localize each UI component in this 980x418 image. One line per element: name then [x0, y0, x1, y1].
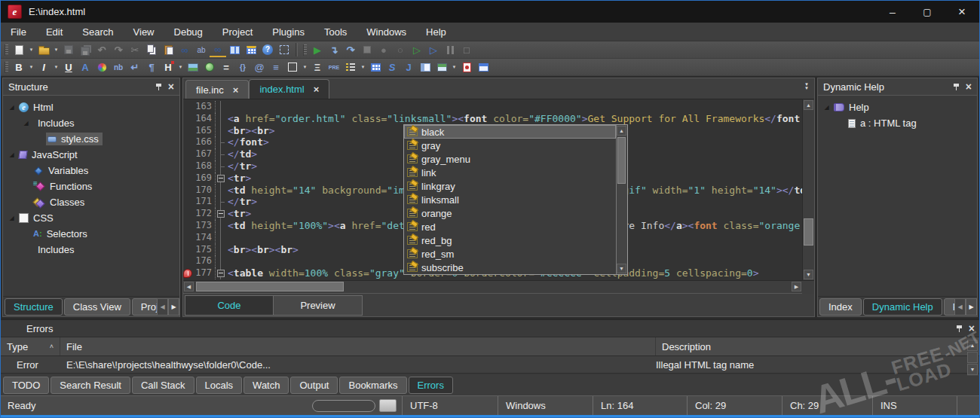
structure-item-functions[interactable]: Functions — [3, 178, 179, 194]
autocomplete-item-orange[interactable]: orange — [404, 206, 616, 220]
pin-icon[interactable] — [155, 83, 162, 90]
list-dropdown[interactable]: ▼ — [359, 59, 367, 75]
menu-search[interactable]: Search — [72, 24, 123, 40]
autocomplete-item-link[interactable]: link — [404, 166, 616, 179]
italic-icon[interactable]: I — [35, 59, 52, 75]
tab-list-icon[interactable]: ▼▼ — [804, 83, 809, 90]
paragraph-icon[interactable]: ¶ — [143, 59, 160, 75]
hr-icon[interactable]: = — [218, 59, 234, 75]
copy-icon[interactable] — [143, 42, 160, 57]
column-header-description[interactable]: Description — [656, 337, 967, 355]
pre-icon[interactable]: PRE — [326, 59, 342, 75]
menu-debug[interactable]: Debug — [164, 24, 213, 40]
status-button[interactable] — [379, 399, 397, 412]
find-in-files-icon[interactable]: ∞ — [210, 42, 226, 57]
italic-dropdown[interactable]: ▼ — [52, 59, 60, 75]
paste-icon[interactable] — [160, 42, 176, 57]
validate-icon[interactable] — [458, 59, 475, 75]
pin-icon[interactable] — [953, 83, 960, 90]
autocomplete-item-subscribe[interactable]: subscribe — [404, 261, 616, 274]
scroll-down-icon[interactable]: ▼ — [617, 264, 626, 273]
view-tab-code[interactable]: Code — [185, 295, 274, 316]
scroll-down-icon[interactable]: ▼ — [804, 270, 813, 279]
structure-tab-structure[interactable]: Structure — [5, 298, 63, 316]
link-icon[interactable] — [201, 59, 218, 75]
close-icon[interactable]: × — [168, 81, 174, 92]
menu-help[interactable]: Help — [416, 24, 456, 40]
menu-file[interactable]: File — [1, 24, 36, 40]
structure-item-javascript[interactable]: ◢JavaScript — [3, 147, 179, 163]
color-icon[interactable] — [93, 59, 110, 75]
expand-arrow-icon[interactable]: ◢ — [6, 151, 17, 158]
run-to-cursor-icon[interactable]: ▷ — [409, 42, 425, 57]
structure-item-css[interactable]: ◢CSS — [3, 210, 179, 226]
maximize-button[interactable]: ▢ — [910, 1, 945, 23]
autocomplete-item-linksmall[interactable]: linksmall — [404, 193, 616, 206]
expand-arrow-icon[interactable]: ◢ — [20, 120, 32, 127]
code-line[interactable]: 163 — [183, 101, 802, 113]
bottom-tab-watch[interactable]: Watch — [243, 377, 289, 394]
bold-dropdown[interactable]: ▼ — [27, 59, 35, 75]
minimize-button[interactable]: – — [875, 1, 910, 23]
errors-scrollbar[interactable]: ▲ ▼ — [967, 340, 978, 376]
compare-icon[interactable] — [226, 42, 243, 57]
object-dropdown[interactable]: ▼ — [450, 59, 458, 75]
scroll-up-icon[interactable]: ▲ — [967, 340, 978, 351]
structure-item-classes[interactable]: Classes — [3, 194, 179, 210]
vertical-scroll-thumb[interactable] — [804, 218, 813, 246]
stop-icon[interactable] — [359, 42, 375, 57]
line-break-icon[interactable]: ↵ — [127, 59, 143, 75]
toolbar-grip[interactable] — [5, 44, 8, 56]
object-icon[interactable] — [433, 59, 450, 75]
align-center-icon[interactable]: ≡ — [268, 59, 284, 75]
autocomplete-item-black[interactable]: black — [404, 125, 616, 139]
editor-vertical-scrollbar[interactable]: ▲ ▼ — [802, 99, 814, 280]
help-icon[interactable]: ? — [259, 42, 276, 57]
form-icon[interactable] — [475, 59, 492, 75]
horizontal-scroll-thumb[interactable] — [196, 282, 344, 291]
document-tab-file-inc[interactable]: file.inc× — [185, 80, 249, 99]
autocomplete-item-gray[interactable]: gray — [404, 139, 616, 152]
help-item-help[interactable]: ◢Help — [818, 99, 977, 115]
image-icon[interactable] — [185, 59, 201, 75]
step-over-icon[interactable]: ↷ — [342, 42, 359, 57]
code-area[interactable]: 163164<a href="order.html" class="linksm… — [183, 99, 814, 280]
structure-item-html[interactable]: ◢eHtml — [3, 99, 179, 115]
font-icon[interactable]: A — [77, 59, 93, 75]
scroll-up-icon[interactable]: ▲ — [617, 126, 626, 136]
autocomplete-item-gray-menu[interactable]: gray_menu — [404, 152, 616, 166]
autocomplete-scroll-thumb[interactable] — [617, 137, 626, 184]
help-tab-index[interactable]: Index — [819, 298, 862, 316]
save-all-icon[interactable] — [77, 42, 93, 57]
expand-arrow-icon[interactable]: ◢ — [821, 104, 832, 111]
new-file-dropdown[interactable]: ▼ — [27, 42, 35, 57]
table-icon[interactable] — [367, 59, 384, 75]
tab-scroll-left-icon[interactable]: ◀ — [954, 298, 966, 316]
run-alt-icon[interactable]: ▷ — [425, 42, 442, 57]
bottom-tab-output[interactable]: Output — [290, 377, 338, 394]
save-icon[interactable] — [60, 42, 77, 57]
structure-item-includes[interactable]: Includes — [3, 242, 179, 258]
redo-icon[interactable]: ↷ — [110, 42, 127, 57]
tab-scroll-left-icon[interactable]: ◀ — [157, 298, 168, 316]
menu-plugins[interactable]: Plugins — [262, 24, 314, 40]
autocomplete-item-red-sm[interactable]: red_sm — [404, 247, 616, 261]
editor-horizontal-scrollbar[interactable]: ◀ ▶ — [183, 280, 814, 293]
close-icon[interactable]: × — [969, 323, 975, 334]
find-icon[interactable]: ∞ — [176, 42, 193, 57]
autocomplete-scrollbar[interactable]: ▲ ▼ — [616, 125, 627, 274]
cut-icon[interactable]: ✂ — [127, 42, 143, 57]
underline-icon[interactable]: U — [60, 59, 77, 75]
tab-scroll-right-icon[interactable]: ▶ — [966, 298, 977, 316]
bottom-tab-errors[interactable]: Errors — [409, 377, 453, 394]
close-icon[interactable]: × — [966, 81, 972, 92]
scroll-up-icon[interactable]: ▲ — [804, 100, 813, 110]
document-tab-index-html[interactable]: index.html× — [249, 79, 329, 99]
breakpoint-icon[interactable]: ● — [375, 42, 392, 57]
open-file-dropdown[interactable]: ▼ — [52, 42, 60, 57]
div-dropdown[interactable]: ▼ — [301, 59, 309, 75]
autocomplete-item-linkgray[interactable]: linkgray — [404, 179, 616, 193]
css-style-icon[interactable]: {} — [234, 59, 251, 75]
resize-grip[interactable] — [957, 396, 979, 415]
menu-edit[interactable]: Edit — [36, 24, 72, 40]
